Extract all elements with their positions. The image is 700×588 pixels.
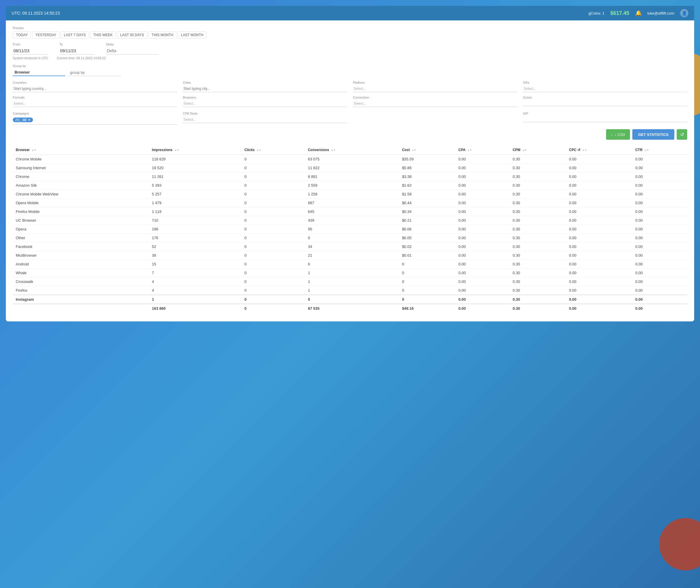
cell-conversions: 34: [305, 242, 399, 251]
col-cpc[interactable]: CPC ↺ ▲▼: [566, 146, 632, 155]
total-clicks: 0: [241, 304, 305, 313]
oss-select[interactable]: Select...: [523, 85, 687, 92]
current-time: Current time: 09.11.2023 14:50:22: [57, 56, 106, 60]
col-clicks[interactable]: Clicks ▲▼: [241, 146, 305, 155]
preset-last30days[interactable]: LAST 30 DAYS: [117, 31, 147, 39]
cell-ctr: 0.00: [632, 172, 687, 181]
col-ctr[interactable]: CTR ▲▼: [632, 146, 687, 155]
cell-clicks: 0: [241, 277, 305, 286]
user-avatar[interactable]: 👤: [680, 9, 688, 17]
cell-browser: Facebook: [13, 242, 149, 251]
delta-field: Delta: [106, 43, 159, 55]
group-by-secondary-container: [68, 69, 121, 76]
cell-conversions: 1: [305, 286, 399, 295]
platform-select[interactable]: Select...: [353, 85, 517, 92]
cell-cpc: 0.00: [566, 155, 632, 164]
connection-select[interactable]: Select...: [353, 100, 517, 107]
col-cost[interactable]: Cost ▲▼: [399, 146, 455, 155]
cell-conversions: 63 075: [305, 155, 399, 164]
data-table: Browser ▲▼ Impressions ▲▼ Clicks ▲▼ Conv…: [13, 146, 687, 313]
cell-ctr: 0.00: [632, 260, 687, 269]
csv-button[interactable]: ↓ ↓ CSV: [606, 129, 630, 140]
oss-filter: OSs Select...: [523, 81, 687, 92]
countries-input[interactable]: [13, 85, 177, 92]
table-row: UC Browser7100439$0.210.000.300.000.00: [13, 216, 687, 225]
group-by-primary[interactable]: [13, 69, 65, 76]
date-row: From To Delta: [13, 43, 687, 55]
preset-today[interactable]: TODAY: [13, 31, 31, 39]
browsers-select[interactable]: Select...: [183, 100, 347, 107]
cell-cpm: 0.30: [510, 207, 566, 216]
cell-impressions: 176: [149, 234, 241, 242]
delta-input[interactable]: [106, 47, 159, 55]
preset-thisweek[interactable]: THIS WEEK: [90, 31, 116, 39]
table-row: Chrome Mobile WebView5 25701 258$1.580.0…: [13, 190, 687, 199]
cell-browser: Samsung Internet: [13, 164, 149, 172]
cell-impressions: 5 393: [149, 181, 241, 190]
bell-icon[interactable]: 🔔: [635, 10, 642, 16]
browsers-label: Browsers: [183, 96, 347, 99]
cell-ctr: 0.00: [632, 269, 687, 277]
cell-cost: $0.02: [399, 242, 455, 251]
cell-cpa: 0.00: [456, 234, 510, 242]
cell-cost: $0.01: [399, 251, 455, 260]
cell-impressions: 4: [149, 286, 241, 295]
total-cpc: 0.00: [566, 304, 632, 313]
cell-cpa: 0.00: [456, 190, 510, 199]
cell-cpc: 0.00: [566, 207, 632, 216]
oss-label: OSs: [523, 81, 687, 84]
cell-cpa: 0.00: [456, 225, 510, 234]
total-cost: $49.16: [399, 304, 455, 313]
zones-filter: Zones: [523, 96, 687, 107]
cell-cpm: 0.30: [510, 269, 566, 277]
cell-impressions: 5 257: [149, 190, 241, 199]
cities-input[interactable]: [183, 85, 347, 92]
cell-impressions: 1: [149, 295, 241, 304]
cell-impressions: 19 520: [149, 164, 241, 172]
col-cpm[interactable]: CPM ▲▼: [510, 146, 566, 155]
cell-cpm: 0.30: [510, 155, 566, 164]
from-input[interactable]: [13, 47, 48, 55]
cell-ctr: 0.00: [632, 181, 687, 190]
cell-cpa: 0.00: [456, 155, 510, 164]
to-input[interactable]: [59, 47, 95, 55]
cell-clicks: 0: [241, 269, 305, 277]
cell-conversions: 687: [305, 199, 399, 207]
cell-cpc: 0.00: [566, 234, 632, 242]
preset-lastmonth[interactable]: LAST MONTH: [178, 31, 207, 39]
cities-label: Cities: [183, 81, 347, 84]
col-browser[interactable]: Browser ▲▼: [13, 146, 149, 155]
cell-cpc: 0.00: [566, 242, 632, 251]
zones-input[interactable]: [523, 100, 687, 106]
preset-yesterday[interactable]: YESTERDAY: [32, 31, 59, 39]
formats-label: Formats: [13, 96, 177, 99]
col-impressions[interactable]: Impressions ▲▼: [149, 146, 241, 155]
col-conversions[interactable]: Conversions ▲▼: [305, 146, 399, 155]
cell-browser: Chrome: [13, 172, 149, 181]
preset-thismonth[interactable]: THIS MONTH: [148, 31, 177, 39]
cell-conversions: 95: [305, 225, 399, 234]
cell-browser: Other: [13, 234, 149, 242]
isp-input[interactable]: [523, 116, 687, 122]
cell-cpa: 0.00: [456, 251, 510, 260]
formats-select[interactable]: Select...: [13, 100, 177, 107]
cell-cpm: 0.30: [510, 286, 566, 295]
campaign-tag-close[interactable]: ✕: [28, 118, 31, 122]
cell-browser: Instagram: [13, 295, 149, 304]
cell-clicks: 0: [241, 242, 305, 251]
delta-label: Delta: [106, 43, 159, 46]
preset-last7days[interactable]: LAST 7 DAYS: [61, 31, 89, 39]
get-statistics-button[interactable]: GET STATISTICS: [632, 129, 674, 140]
cell-cost: $35.59: [399, 155, 455, 164]
cpa-tests-select[interactable]: Select...: [183, 116, 347, 123]
col-cpa[interactable]: CPA ▲▼: [456, 146, 510, 155]
group-by-secondary[interactable]: [68, 69, 121, 76]
campaign-tag[interactable]: ZD_ ✕: [13, 118, 33, 122]
user-email: luke@afflift.com: [647, 11, 674, 15]
countries-filter: Countries: [13, 81, 177, 92]
cell-impressions: 196: [149, 225, 241, 234]
table-row: MiuiBrowser38021$0.010.000.300.000.00: [13, 251, 687, 260]
campaign-tag-color: [22, 118, 27, 121]
zones-label: Zones: [523, 96, 687, 99]
refresh-button[interactable]: ↺: [677, 129, 687, 140]
